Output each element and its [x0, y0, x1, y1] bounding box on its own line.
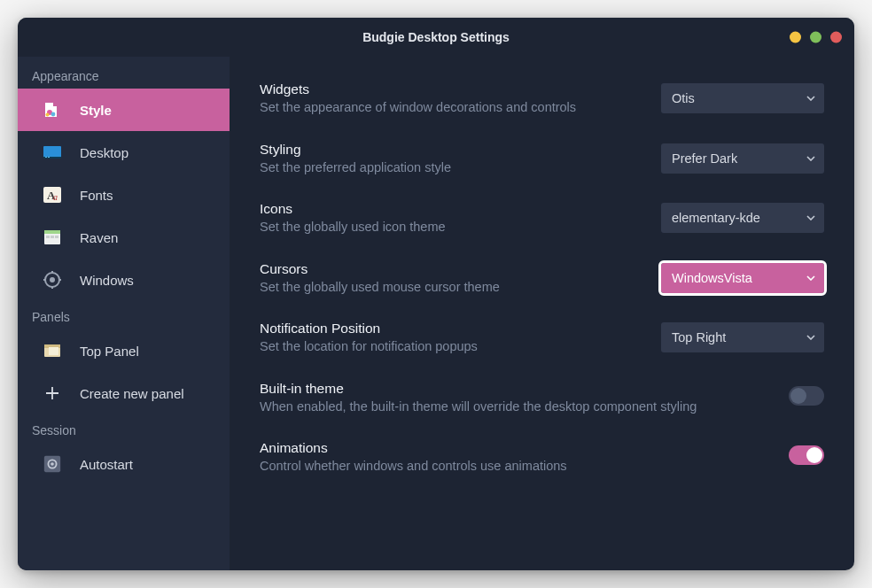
chevron-down-icon: [806, 335, 815, 340]
window-controls: [790, 32, 842, 43]
setting-title: Notification Position: [260, 321, 640, 337]
fonts-icon: Aa: [41, 183, 64, 206]
dropdown-value: Otis: [672, 91, 695, 105]
svg-point-22: [51, 462, 54, 466]
chevron-down-icon: [806, 215, 815, 220]
notification-position-dropdown[interactable]: Top Right: [661, 322, 824, 352]
content-panel: Widgets Set the appearance of window dec…: [230, 57, 854, 570]
cursors-dropdown[interactable]: WindowsVista: [661, 263, 824, 293]
sidebar-item-label: Top Panel: [80, 344, 139, 359]
style-icon: [41, 98, 64, 121]
sidebar-item-style[interactable]: Style: [18, 89, 230, 131]
sidebar-item-label: Desktop: [80, 145, 128, 160]
icons-dropdown[interactable]: elementary-kde: [661, 203, 824, 233]
setting-desc: Set the globally used mouse cursor theme: [260, 279, 640, 297]
setting-notification-position: Notification Position Set the location f…: [260, 312, 824, 372]
window-title: Budgie Desktop Settings: [362, 30, 510, 44]
sidebar-item-raven[interactable]: Raven: [18, 216, 230, 259]
svg-rect-5: [45, 157, 47, 158]
plus-icon: [41, 382, 64, 405]
sidebar-item-label: Raven: [80, 230, 118, 245]
setting-title: Styling: [260, 142, 640, 158]
sidebar-item-label: Fonts: [80, 188, 113, 203]
sidebar-section-session: Session: [18, 414, 230, 443]
dropdown-value: elementary-kde: [672, 211, 760, 225]
sidebar-section-appearance: Appearance: [18, 60, 230, 89]
animations-toggle[interactable]: [789, 445, 824, 465]
setting-desc: When enabled, the built-in theme will ov…: [260, 398, 767, 416]
chevron-down-icon: [806, 96, 815, 101]
sidebar-item-top-panel[interactable]: Top Panel: [18, 329, 230, 372]
setting-desc: Control whether windows and controls use…: [260, 458, 767, 476]
window-body: Appearance Style Desktop Aa Fonts: [18, 57, 854, 570]
setting-desc: Set the preferred application style: [260, 159, 640, 177]
built-in-theme-toggle[interactable]: [789, 386, 824, 406]
svg-point-2: [46, 113, 50, 117]
maximize-button[interactable]: [810, 32, 821, 43]
setting-title: Widgets: [260, 81, 640, 97]
svg-point-16: [50, 277, 55, 282]
setting-desc: Set the globally used icon theme: [260, 219, 640, 236]
setting-desc: Set the appearance of window decorations…: [260, 99, 640, 117]
setting-built-in-theme: Built-in theme When enabled, the built-i…: [260, 372, 824, 432]
sidebar: Appearance Style Desktop Aa Fonts: [18, 57, 230, 570]
setting-icons: Icons Set the globally used icon theme e…: [260, 192, 824, 252]
sidebar-item-label: Autostart: [80, 457, 133, 472]
windows-icon: [41, 268, 64, 291]
setting-title: Cursors: [260, 261, 640, 277]
svg-rect-19: [49, 347, 58, 355]
gear-icon: [41, 453, 64, 476]
raven-icon: [41, 226, 64, 249]
panel-icon: [41, 339, 64, 362]
sidebar-section-panels: Panels: [18, 301, 230, 329]
minimize-button[interactable]: [790, 32, 801, 43]
setting-widgets: Widgets Set the appearance of window dec…: [260, 73, 824, 133]
svg-rect-11: [44, 230, 60, 234]
settings-window: Budgie Desktop Settings Appearance Style…: [18, 18, 854, 570]
dropdown-value: Top Right: [672, 330, 726, 344]
setting-cursors: Cursors Set the globally used mouse curs…: [260, 252, 824, 313]
svg-rect-12: [46, 236, 50, 238]
svg-point-1: [51, 112, 56, 117]
chevron-down-icon: [806, 156, 815, 161]
svg-rect-14: [55, 236, 58, 238]
sidebar-item-create-panel[interactable]: Create new panel: [18, 372, 230, 414]
close-button[interactable]: [830, 32, 842, 43]
titlebar: Budgie Desktop Settings: [18, 18, 854, 57]
desktop-icon: [41, 141, 64, 164]
chevron-down-icon: [806, 275, 815, 281]
sidebar-item-desktop[interactable]: Desktop: [18, 131, 230, 174]
svg-rect-13: [51, 236, 54, 238]
setting-title: Animations: [260, 440, 767, 456]
svg-rect-3: [43, 146, 61, 159]
sidebar-item-label: Windows: [80, 273, 134, 288]
styling-dropdown[interactable]: Prefer Dark: [661, 143, 824, 174]
sidebar-item-fonts[interactable]: Aa Fonts: [18, 174, 230, 216]
sidebar-item-windows[interactable]: Windows: [18, 259, 230, 301]
dropdown-value: WindowsVista: [672, 271, 752, 285]
setting-animations: Animations Control whether windows and c…: [260, 431, 824, 491]
setting-styling: Styling Set the preferred application st…: [260, 133, 824, 193]
widgets-dropdown[interactable]: Otis: [661, 83, 824, 113]
svg-text:a: a: [53, 192, 58, 202]
sidebar-item-label: Style: [80, 103, 112, 118]
setting-title: Icons: [260, 201, 640, 217]
svg-rect-6: [48, 157, 50, 158]
dropdown-value: Prefer Dark: [672, 151, 737, 166]
sidebar-item-label: Create new panel: [80, 386, 184, 401]
setting-desc: Set the location for notification popups: [260, 338, 640, 356]
sidebar-item-autostart[interactable]: Autostart: [18, 443, 230, 485]
setting-title: Built-in theme: [260, 381, 767, 397]
